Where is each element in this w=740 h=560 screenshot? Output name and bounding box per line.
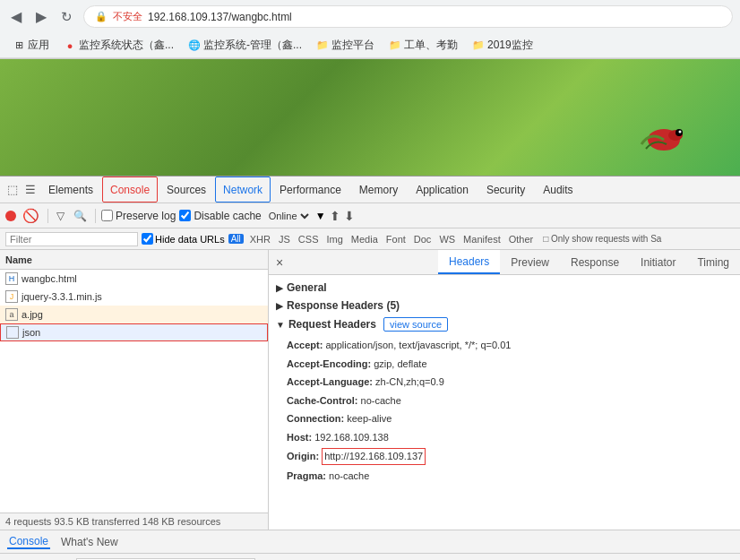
browser-chrome: ◀ ▶ ↻ 🔒 不安全 192.168.109.137/wangbc.html … bbox=[0, 0, 740, 59]
detail-tab-headers[interactable]: Headers bbox=[438, 250, 500, 274]
devtools-panel: ⬚ ☰ Elements Console Sources Network Per… bbox=[0, 176, 740, 530]
disable-cache-checkbox[interactable] bbox=[179, 210, 191, 221]
requests-panel: Name H wangbc.html J jquery-3.3.1.min.js… bbox=[0, 250, 269, 530]
filter-font[interactable]: Font bbox=[383, 233, 409, 246]
file-icon-js: J bbox=[5, 290, 18, 303]
filter-input[interactable] bbox=[5, 232, 138, 246]
bookmark-apps[interactable]: ⊞ 应用 bbox=[7, 36, 55, 55]
header-origin: Origin: http://192.168.109.137 bbox=[287, 446, 729, 467]
reload-button[interactable]: ↻ bbox=[57, 7, 76, 27]
tab-application[interactable]: Application bbox=[407, 177, 478, 202]
only-show-label: □ Only show requests with Sa bbox=[543, 234, 661, 244]
origin-value: http://192.168.109.137 bbox=[322, 448, 426, 465]
filter-other[interactable]: Other bbox=[506, 233, 537, 246]
filter-manifest[interactable]: Manifest bbox=[460, 233, 503, 246]
disable-cache-label[interactable]: Disable cache bbox=[179, 210, 261, 222]
clear-button[interactable]: 🚫 bbox=[20, 207, 42, 225]
tab-memory[interactable]: Memory bbox=[350, 177, 407, 202]
forward-button[interactable]: ▶ bbox=[32, 6, 50, 27]
tab-sources[interactable]: Sources bbox=[158, 177, 215, 202]
tab-console[interactable]: Console bbox=[102, 177, 158, 202]
bookmark-2019-label: 2019监控 bbox=[487, 38, 533, 53]
back-button[interactable]: ◀ bbox=[7, 6, 25, 27]
view-source-button[interactable]: view source bbox=[383, 317, 448, 332]
bookmark-icon-4: 📁 bbox=[389, 39, 401, 52]
requests-footer: 4 requests 93.5 KB transferred 148 KB re… bbox=[0, 513, 268, 530]
requests-header: Name bbox=[0, 250, 268, 270]
request-row-jquery[interactable]: J jquery-3.3.1.min.js bbox=[0, 288, 268, 306]
filter-ws[interactable]: WS bbox=[436, 233, 458, 246]
filter-doc[interactable]: Doc bbox=[411, 233, 435, 246]
request-headers-header[interactable]: ▼ Request Headers view source bbox=[269, 314, 740, 334]
header-host: Host: 192.168.109.138 bbox=[287, 428, 729, 447]
filter-js[interactable]: JS bbox=[276, 233, 293, 246]
filter-img[interactable]: Img bbox=[323, 233, 345, 246]
separator-1 bbox=[47, 209, 48, 223]
general-section-header[interactable]: ▶ General bbox=[269, 279, 740, 297]
record-button[interactable] bbox=[5, 211, 16, 221]
details-tab-bar: × Headers Preview Response Initiator Tim… bbox=[269, 250, 740, 275]
filter-xhr[interactable]: XHR bbox=[247, 233, 273, 246]
detail-tab-preview[interactable]: Preview bbox=[500, 250, 560, 274]
preserve-log-label[interactable]: Preserve log bbox=[101, 210, 176, 222]
request-headers-body: Accept: application/json, text/javascrip… bbox=[269, 334, 740, 488]
search-button[interactable]: 🔍 bbox=[71, 209, 90, 223]
request-name-wangbc: wangbc.html bbox=[22, 273, 77, 284]
file-icon-jpg: a bbox=[5, 308, 18, 321]
header-pragma: Pragma: no-cache bbox=[287, 467, 729, 486]
filter-css[interactable]: CSS bbox=[296, 233, 322, 246]
inspect-icon[interactable]: ⬚ bbox=[4, 183, 22, 196]
detail-tab-initiator[interactable]: Initiator bbox=[630, 250, 686, 274]
hide-data-urls-checkbox[interactable] bbox=[142, 233, 153, 245]
upload-icon[interactable]: ⬆ bbox=[330, 209, 340, 223]
response-headers-section-header[interactable]: ▶ Response Headers (5) bbox=[269, 297, 740, 314]
bookmark-monitor2[interactable]: 🌐 监控系统-管理（鑫... bbox=[183, 36, 307, 55]
detail-tab-response[interactable]: Response bbox=[560, 250, 630, 274]
detail-tab-timing[interactable]: Timing bbox=[686, 250, 740, 274]
hide-data-urls-label[interactable]: Hide data URLs bbox=[142, 233, 225, 245]
tab-security[interactable]: Security bbox=[478, 177, 534, 202]
details-panel: × Headers Preview Response Initiator Tim… bbox=[269, 250, 740, 530]
close-details-button[interactable]: × bbox=[269, 252, 290, 273]
bookmark-monitor1[interactable]: ● 监控系统状态（鑫... bbox=[58, 36, 179, 55]
lock-icon: 🔒 bbox=[95, 11, 108, 22]
requests-list: H wangbc.html J jquery-3.3.1.min.js a a.… bbox=[0, 270, 268, 513]
preserve-log-checkbox[interactable] bbox=[101, 210, 113, 221]
tab-elements[interactable]: Elements bbox=[39, 177, 102, 202]
tab-performance[interactable]: Performance bbox=[271, 177, 350, 202]
network-actions-bar: 🚫 ▽ 🔍 Preserve log Disable cache Online … bbox=[0, 203, 740, 228]
header-accept-encoding: Accept-Encoding: gzip, deflate bbox=[287, 355, 729, 374]
request-row-wangbc[interactable]: H wangbc.html bbox=[0, 270, 268, 288]
bookmark-monitor2-label: 监控系统-管理（鑫... bbox=[203, 38, 302, 53]
request-row-ajpg[interactable]: a a.jpg bbox=[0, 306, 268, 323]
console-whats-new-tab[interactable]: What's New bbox=[57, 536, 122, 548]
filter-media[interactable]: Media bbox=[348, 233, 381, 246]
responsive-icon[interactable]: ☰ bbox=[22, 183, 39, 196]
console-bar: Console What's New bbox=[0, 530, 740, 553]
download-icon[interactable]: ⬇ bbox=[344, 209, 355, 223]
details-content: ▶ General ▶ Response Headers (5) ▼ Reque… bbox=[269, 275, 740, 530]
request-row-json[interactable]: json bbox=[0, 323, 268, 341]
header-cache-control: Cache-Control: no-cache bbox=[287, 392, 729, 410]
bookmark-icon-3: 📁 bbox=[316, 39, 329, 52]
tab-network[interactable]: Network bbox=[215, 177, 271, 202]
request-name-jquery: jquery-3.3.1.min.js bbox=[22, 291, 102, 302]
header-connection: Connection: keep-alive bbox=[287, 409, 729, 428]
insecure-label: 不安全 bbox=[113, 10, 142, 23]
bookmark-2019[interactable]: 📁 2019监控 bbox=[467, 36, 538, 55]
bookmarks-bar: ⊞ 应用 ● 监控系统状态（鑫... 🌐 监控系统-管理（鑫... 📁 监控平台… bbox=[0, 33, 740, 58]
url-text: 192.168.109.137/wangbc.html bbox=[148, 11, 292, 23]
separator-2 bbox=[95, 209, 96, 223]
nav-bar: ◀ ▶ ↻ 🔒 不安全 192.168.109.137/wangbc.html bbox=[0, 0, 740, 33]
all-badge[interactable]: All bbox=[228, 234, 244, 244]
bookmark-platform[interactable]: 📁 监控平台 bbox=[311, 36, 380, 55]
bookmark-icon-5: 📁 bbox=[472, 39, 485, 52]
tab-audits[interactable]: Audits bbox=[534, 177, 581, 202]
address-bar[interactable]: 🔒 不安全 192.168.109.137/wangbc.html bbox=[83, 5, 733, 28]
filter-button[interactable]: ▽ bbox=[54, 209, 67, 223]
file-icon-html: H bbox=[5, 272, 18, 285]
console-tab-active[interactable]: Console bbox=[7, 535, 50, 549]
filter-bar: Hide data URLs All XHR JS CSS Img Media … bbox=[0, 228, 740, 250]
online-select[interactable]: Online bbox=[265, 210, 312, 222]
bookmark-work[interactable]: 📁 工单、考勤 bbox=[383, 36, 463, 55]
